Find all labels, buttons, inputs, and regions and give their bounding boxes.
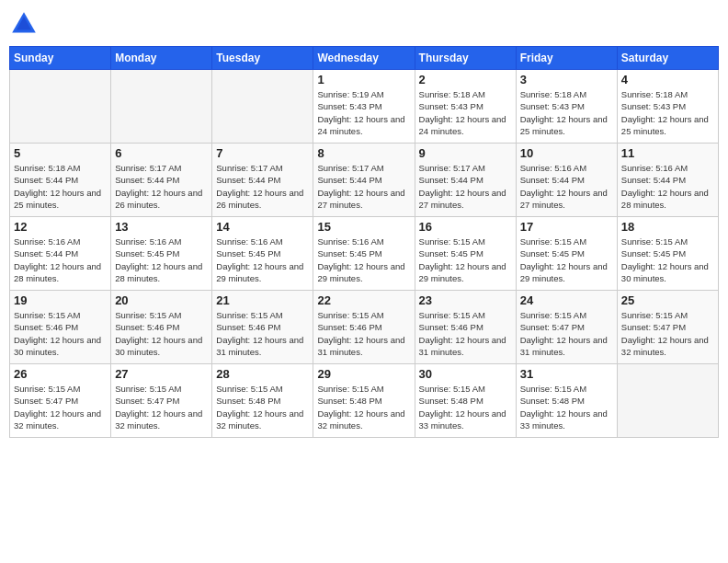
calendar-week-1: 1 Sunrise: 5:19 AMSunset: 5:43 PMDayligh… xyxy=(10,70,719,144)
day-number: 4 xyxy=(621,73,714,86)
calendar-cell: 19 Sunrise: 5:15 AMSunset: 5:46 PMDaylig… xyxy=(10,291,111,364)
day-number: 11 xyxy=(621,146,714,160)
calendar-cell xyxy=(212,70,313,144)
day-info: Sunrise: 5:18 AMSunset: 5:43 PMDaylight:… xyxy=(419,89,506,136)
weekday-header-friday: Friday xyxy=(516,47,617,70)
day-info: Sunrise: 5:15 AMSunset: 5:48 PMDaylight:… xyxy=(317,384,404,431)
day-number: 17 xyxy=(520,220,613,234)
calendar-week-2: 5 Sunrise: 5:18 AMSunset: 5:44 PMDayligh… xyxy=(10,144,719,217)
day-number: 8 xyxy=(317,146,410,160)
day-info: Sunrise: 5:15 AMSunset: 5:46 PMDaylight:… xyxy=(14,310,101,357)
day-number: 13 xyxy=(115,220,208,234)
day-number: 6 xyxy=(115,146,208,160)
day-info: Sunrise: 5:19 AMSunset: 5:43 PMDaylight:… xyxy=(317,89,404,136)
calendar-cell: 30 Sunrise: 5:15 AMSunset: 5:48 PMDaylig… xyxy=(415,364,516,438)
day-info: Sunrise: 5:16 AMSunset: 5:45 PMDaylight:… xyxy=(216,236,303,283)
weekday-header-sunday: Sunday xyxy=(10,47,111,70)
calendar-cell: 14 Sunrise: 5:16 AMSunset: 5:45 PMDaylig… xyxy=(212,217,313,291)
day-info: Sunrise: 5:15 AMSunset: 5:48 PMDaylight:… xyxy=(419,384,506,431)
calendar-cell: 13 Sunrise: 5:16 AMSunset: 5:45 PMDaylig… xyxy=(111,217,212,291)
calendar-cell: 8 Sunrise: 5:17 AMSunset: 5:44 PMDayligh… xyxy=(313,144,415,217)
calendar-table: SundayMondayTuesdayWednesdayThursdayFrid… xyxy=(9,46,719,438)
day-info: Sunrise: 5:17 AMSunset: 5:44 PMDaylight:… xyxy=(317,163,404,210)
day-info: Sunrise: 5:15 AMSunset: 5:47 PMDaylight:… xyxy=(14,384,101,431)
logo-icon xyxy=(9,9,39,39)
calendar-cell xyxy=(10,70,111,144)
calendar-cell xyxy=(617,364,718,438)
day-number: 26 xyxy=(14,367,107,381)
calendar-cell: 21 Sunrise: 5:15 AMSunset: 5:46 PMDaylig… xyxy=(212,291,313,364)
calendar-cell: 4 Sunrise: 5:18 AMSunset: 5:43 PMDayligh… xyxy=(617,70,718,144)
calendar-week-4: 19 Sunrise: 5:15 AMSunset: 5:46 PMDaylig… xyxy=(10,291,719,364)
day-number: 20 xyxy=(115,293,208,307)
day-number: 29 xyxy=(317,367,410,381)
day-info: Sunrise: 5:15 AMSunset: 5:46 PMDaylight:… xyxy=(115,310,202,357)
day-number: 3 xyxy=(520,73,613,86)
calendar-cell: 16 Sunrise: 5:15 AMSunset: 5:45 PMDaylig… xyxy=(415,217,516,291)
day-number: 9 xyxy=(419,146,512,160)
calendar-cell: 29 Sunrise: 5:15 AMSunset: 5:48 PMDaylig… xyxy=(313,364,415,438)
calendar-cell: 3 Sunrise: 5:18 AMSunset: 5:43 PMDayligh… xyxy=(516,70,617,144)
day-number: 22 xyxy=(317,293,410,307)
calendar-cell: 2 Sunrise: 5:18 AMSunset: 5:43 PMDayligh… xyxy=(415,70,516,144)
day-info: Sunrise: 5:15 AMSunset: 5:48 PMDaylight:… xyxy=(520,384,608,431)
day-info: Sunrise: 5:15 AMSunset: 5:46 PMDaylight:… xyxy=(419,310,506,357)
day-number: 1 xyxy=(317,73,410,86)
day-number: 2 xyxy=(419,73,512,86)
day-number: 25 xyxy=(621,293,714,307)
day-info: Sunrise: 5:17 AMSunset: 5:44 PMDaylight:… xyxy=(419,163,506,210)
day-info: Sunrise: 5:17 AMSunset: 5:44 PMDaylight:… xyxy=(115,163,202,210)
day-info: Sunrise: 5:15 AMSunset: 5:47 PMDaylight:… xyxy=(621,310,709,357)
weekday-header-tuesday: Tuesday xyxy=(212,47,313,70)
calendar-cell: 7 Sunrise: 5:17 AMSunset: 5:44 PMDayligh… xyxy=(212,144,313,217)
weekday-header-wednesday: Wednesday xyxy=(313,47,415,70)
day-info: Sunrise: 5:17 AMSunset: 5:44 PMDaylight:… xyxy=(216,163,303,210)
calendar-cell: 17 Sunrise: 5:15 AMSunset: 5:45 PMDaylig… xyxy=(516,217,617,291)
day-info: Sunrise: 5:15 AMSunset: 5:47 PMDaylight:… xyxy=(520,310,608,357)
calendar-cell: 1 Sunrise: 5:19 AMSunset: 5:43 PMDayligh… xyxy=(313,70,415,144)
calendar-cell: 20 Sunrise: 5:15 AMSunset: 5:46 PMDaylig… xyxy=(111,291,212,364)
calendar-cell: 26 Sunrise: 5:15 AMSunset: 5:47 PMDaylig… xyxy=(10,364,111,438)
day-info: Sunrise: 5:15 AMSunset: 5:47 PMDaylight:… xyxy=(115,384,202,431)
day-number: 30 xyxy=(419,367,512,381)
calendar-cell: 12 Sunrise: 5:16 AMSunset: 5:44 PMDaylig… xyxy=(10,217,111,291)
day-number: 7 xyxy=(216,146,309,160)
day-info: Sunrise: 5:18 AMSunset: 5:44 PMDaylight:… xyxy=(14,163,101,210)
weekday-header-thursday: Thursday xyxy=(415,47,516,70)
weekday-header-saturday: Saturday xyxy=(617,47,718,70)
day-number: 16 xyxy=(419,220,512,234)
day-info: Sunrise: 5:18 AMSunset: 5:43 PMDaylight:… xyxy=(520,89,608,136)
day-info: Sunrise: 5:16 AMSunset: 5:45 PMDaylight:… xyxy=(115,236,202,283)
calendar-cell: 22 Sunrise: 5:15 AMSunset: 5:46 PMDaylig… xyxy=(313,291,415,364)
day-info: Sunrise: 5:15 AMSunset: 5:45 PMDaylight:… xyxy=(520,236,608,283)
day-number: 15 xyxy=(317,220,410,234)
calendar-cell: 28 Sunrise: 5:15 AMSunset: 5:48 PMDaylig… xyxy=(212,364,313,438)
day-number: 23 xyxy=(419,293,512,307)
day-number: 5 xyxy=(14,146,107,160)
calendar-cell: 11 Sunrise: 5:16 AMSunset: 5:44 PMDaylig… xyxy=(617,144,718,217)
day-number: 18 xyxy=(621,220,714,234)
day-info: Sunrise: 5:15 AMSunset: 5:45 PMDaylight:… xyxy=(419,236,506,283)
calendar-cell: 31 Sunrise: 5:15 AMSunset: 5:48 PMDaylig… xyxy=(516,364,617,438)
calendar-cell: 5 Sunrise: 5:18 AMSunset: 5:44 PMDayligh… xyxy=(10,144,111,217)
day-info: Sunrise: 5:15 AMSunset: 5:46 PMDaylight:… xyxy=(317,310,404,357)
calendar-cell: 6 Sunrise: 5:17 AMSunset: 5:44 PMDayligh… xyxy=(111,144,212,217)
calendar-cell: 18 Sunrise: 5:15 AMSunset: 5:45 PMDaylig… xyxy=(617,217,718,291)
weekday-header-row: SundayMondayTuesdayWednesdayThursdayFrid… xyxy=(10,47,719,70)
day-info: Sunrise: 5:15 AMSunset: 5:46 PMDaylight:… xyxy=(216,310,303,357)
day-number: 14 xyxy=(216,220,309,234)
calendar-cell: 27 Sunrise: 5:15 AMSunset: 5:47 PMDaylig… xyxy=(111,364,212,438)
calendar-week-3: 12 Sunrise: 5:16 AMSunset: 5:44 PMDaylig… xyxy=(10,217,719,291)
calendar-cell: 10 Sunrise: 5:16 AMSunset: 5:44 PMDaylig… xyxy=(516,144,617,217)
day-info: Sunrise: 5:16 AMSunset: 5:45 PMDaylight:… xyxy=(317,236,404,283)
day-number: 10 xyxy=(520,146,613,160)
day-info: Sunrise: 5:16 AMSunset: 5:44 PMDaylight:… xyxy=(14,236,101,283)
day-number: 21 xyxy=(216,293,309,307)
day-number: 19 xyxy=(14,293,107,307)
day-number: 28 xyxy=(216,367,309,381)
page-header xyxy=(9,9,719,39)
day-number: 12 xyxy=(14,220,107,234)
day-number: 31 xyxy=(520,367,613,381)
day-info: Sunrise: 5:16 AMSunset: 5:44 PMDaylight:… xyxy=(621,163,709,210)
calendar-week-5: 26 Sunrise: 5:15 AMSunset: 5:47 PMDaylig… xyxy=(10,364,719,438)
